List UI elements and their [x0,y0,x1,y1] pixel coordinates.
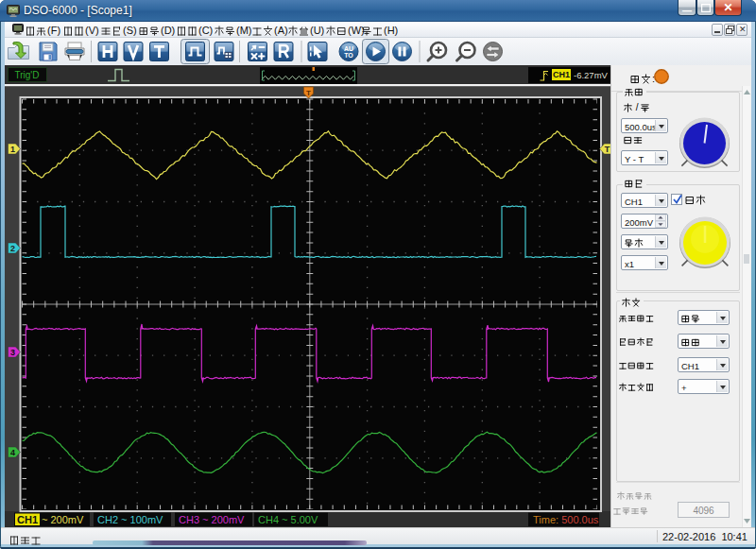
svg-text:~ 200mV: ~ 200mV [42,514,84,525]
svg-text:2: 2 [10,244,15,253]
svg-text:T: T [605,145,610,154]
svg-text:1: 1 [10,145,15,154]
svg-text:CH2 ~ 100mV: CH2 ~ 100mV [97,514,163,525]
svg-text:4: 4 [10,448,15,457]
svg-text:T: T [306,89,311,97]
svg-text:AU: AU [344,45,353,52]
svg-text:CH4 ~ 5.00V: CH4 ~ 5.00V [258,514,318,525]
svg-text:CH3 ~ 200mV: CH3 ~ 200mV [179,514,245,525]
svg-text:3: 3 [10,348,15,357]
svg-text:CH1: CH1 [17,514,38,525]
svg-text:Time: 500.0us: Time: 500.0us [533,514,599,525]
svg-text:TO: TO [344,52,353,59]
